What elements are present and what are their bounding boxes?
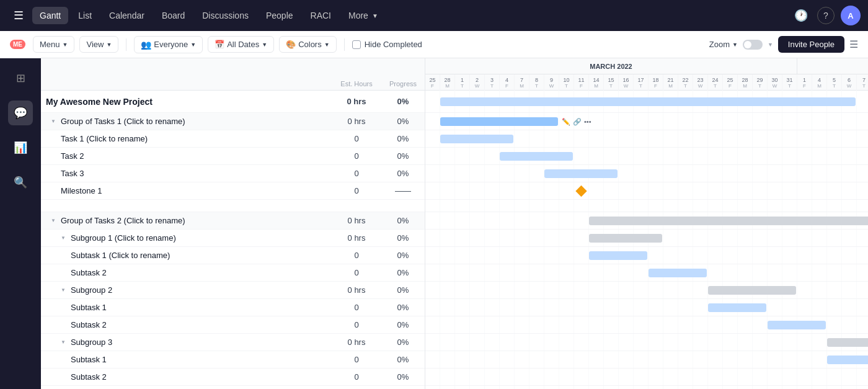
- group2-row[interactable]: ▼ Group of Tasks 2 (Click to rename) 0 h…: [41, 212, 425, 230]
- subtask1-progress: 0%: [381, 251, 425, 260]
- task2-row[interactable]: Task 2 0 0%: [41, 148, 425, 165]
- subtask4-hrs: 0: [332, 320, 381, 329]
- subgroup2-row[interactable]: ▼ Subgroup 2 0 hrs 0%: [41, 282, 425, 299]
- clock-icon-btn[interactable]: 🕐: [791, 6, 811, 25]
- subtask6-progress: 0%: [381, 372, 425, 382]
- nav-gantt[interactable]: Gantt: [32, 7, 68, 24]
- gantt-container: Est. Hours Progress My Awesome New Proje…: [41, 58, 868, 389]
- project-row[interactable]: My Awesome New Project 0 hrs 0%: [41, 91, 425, 113]
- more-chevron-icon: ▼: [372, 12, 378, 19]
- grid-icon-btn[interactable]: ⊞: [8, 66, 33, 91]
- menu-chevron-icon: ▼: [63, 42, 68, 48]
- search-icon-btn[interactable]: 🔍: [8, 170, 33, 195]
- group1-hrs: 0 hrs: [332, 117, 381, 126]
- task3-name: Task 3: [41, 169, 332, 178]
- zoom-chevron-icon: ▼: [732, 42, 738, 48]
- nav-discussions[interactable]: Discussions: [195, 7, 256, 24]
- menu-button[interactable]: Menu ▼: [33, 36, 74, 53]
- subtask2-name: Subtask 2: [41, 268, 332, 277]
- view-button[interactable]: View ▼: [79, 36, 118, 53]
- task1-hrs: 0: [332, 134, 381, 143]
- group2-progress: 0%: [381, 216, 425, 225]
- spacer-row: [41, 200, 425, 212]
- milestone2-row[interactable]: Milestone 2 0 ——: [41, 386, 425, 389]
- nav-more[interactable]: More ▼: [341, 7, 386, 24]
- subtask5-name: Subtask 1: [41, 355, 332, 364]
- subtask2-progress: 0%: [381, 268, 425, 277]
- separator2: [344, 38, 345, 51]
- hide-completed-toggle[interactable]: Hide Completed: [352, 40, 422, 49]
- toolbar: ME Menu ▼ View ▼ 👥 Everyone ▼ 📅 All Date…: [0, 31, 868, 58]
- everyone-button[interactable]: 👥 Everyone ▼: [134, 36, 203, 53]
- top-nav: ☰ Gantt List Calendar Board Discussions …: [0, 0, 868, 31]
- nav-list[interactable]: List: [71, 7, 99, 24]
- project-name: My Awesome New Project: [41, 97, 332, 107]
- subgroup1-collapse-icon[interactable]: ▼: [61, 235, 66, 241]
- subtask4-row[interactable]: Subtask 2 0 0%: [41, 316, 425, 334]
- group1-collapse-icon[interactable]: ▼: [51, 118, 56, 124]
- subtask2-row[interactable]: Subtask 2 0 0%: [41, 264, 425, 282]
- subtask5-hrs: 0: [332, 355, 381, 364]
- chart-icon-btn[interactable]: 📊: [8, 135, 33, 160]
- milestone1-hrs: 0: [332, 186, 381, 195]
- task1-row[interactable]: Task 1 (Click to rename) 0 0%: [41, 130, 425, 148]
- project-progress: 0%: [381, 97, 425, 106]
- subtask3-hrs: 0: [332, 303, 381, 312]
- all-dates-button[interactable]: 📅 All Dates ▼: [208, 36, 274, 53]
- column-headers: Est. Hours Progress: [41, 58, 425, 91]
- subtask6-row[interactable]: Subtask 2 0 0%: [41, 369, 425, 386]
- people-icon: 👥: [141, 40, 151, 50]
- subtask3-row[interactable]: Subtask 1 0 0%: [41, 299, 425, 316]
- help-icon-btn[interactable]: ?: [817, 7, 835, 24]
- group2-collapse-icon[interactable]: ▼: [51, 218, 56, 223]
- subgroup1-row[interactable]: ▼ Subgroup 1 (Click to rename) 0 hrs 0%: [41, 230, 425, 247]
- hamburger-icon[interactable]: ☰: [7, 5, 30, 26]
- invite-people-button[interactable]: Invite People: [778, 36, 844, 53]
- hide-completed-checkbox[interactable]: [352, 40, 361, 49]
- gantt-body: Est. Hours Progress My Awesome New Proje…: [41, 58, 868, 389]
- subgroup3-row[interactable]: ▼ Subgroup 3 0 hrs 0%: [41, 334, 425, 351]
- task1-progress: 0%: [381, 134, 425, 143]
- group1-row[interactable]: ▼ Group of Tasks 1 (Click to rename) 0 h…: [41, 113, 425, 130]
- nav-raci[interactable]: RACI: [303, 7, 339, 24]
- toggle-thumb: [744, 41, 751, 48]
- zoom-control[interactable]: Zoom ▼: [709, 40, 738, 49]
- task3-row[interactable]: Task 3 0 0%: [41, 165, 425, 182]
- task2-progress: 0%: [381, 151, 425, 161]
- subgroup3-hrs: 0 hrs: [332, 338, 381, 347]
- zoom-toggle[interactable]: [743, 40, 763, 50]
- avatar[interactable]: A: [841, 6, 861, 25]
- chat-icon-btn[interactable]: 💬: [8, 101, 33, 125]
- milestone1-row[interactable]: Milestone 1 0 ——: [41, 182, 425, 200]
- task2-name: Task 2: [41, 151, 332, 161]
- nav-people[interactable]: People: [259, 7, 301, 24]
- group2-name: ▼ Group of Tasks 2 (Click to rename): [41, 216, 332, 225]
- colors-dot-icon: 🎨: [286, 40, 296, 49]
- task1-name: Task 1 (Click to rename): [41, 134, 332, 143]
- subgroup3-progress: 0%: [381, 338, 425, 347]
- nav-board[interactable]: Board: [154, 7, 192, 24]
- subtask3-name: Subtask 1: [41, 303, 332, 312]
- subgroup2-collapse-icon[interactable]: ▼: [61, 287, 66, 293]
- subtask4-progress: 0%: [381, 320, 425, 329]
- me-badge: ME: [10, 40, 25, 49]
- subgroup1-name: ▼ Subgroup 1 (Click to rename): [41, 233, 332, 243]
- dates-chevron-icon: ▼: [262, 42, 267, 48]
- project-hrs: 0 hrs: [332, 97, 381, 106]
- subgroup1-progress: 0%: [381, 233, 425, 243]
- gantt-header: MARCH 2022APRIL 202225F28M1T2W3T4F7M8T9W…: [425, 58, 868, 91]
- all-colors-button[interactable]: 🎨 Colors ▼: [279, 36, 337, 53]
- layout-toggle-icon[interactable]: ☰: [849, 38, 858, 50]
- gantt-rows: ✏️🔗•••: [425, 91, 868, 389]
- subtask5-row[interactable]: Subtask 1 0 0%: [41, 351, 425, 369]
- subgroup1-hrs: 0 hrs: [332, 233, 381, 243]
- nav-calendar[interactable]: Calendar: [102, 7, 152, 24]
- toolbar-right: Zoom ▼ ▼ Invite People ☰: [709, 36, 858, 53]
- nav-icons: 🕐 ? A: [791, 6, 861, 25]
- subtask4-name: Subtask 2: [41, 320, 332, 329]
- progress-column-header: Progress: [381, 58, 425, 90]
- name-column-header: [41, 58, 332, 90]
- subgroup3-collapse-icon[interactable]: ▼: [61, 339, 66, 345]
- subtask1-row[interactable]: Subtask 1 (Click to rename) 0 0%: [41, 247, 425, 264]
- everyone-chevron-icon: ▼: [190, 42, 196, 48]
